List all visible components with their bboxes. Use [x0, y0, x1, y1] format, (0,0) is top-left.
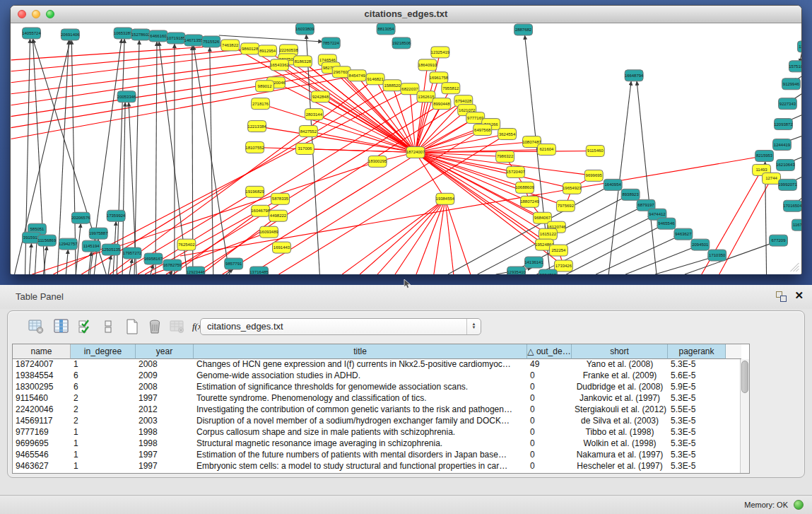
graph-edge[interactable]	[416, 65, 428, 153]
graph-node[interactable]: 7463822	[221, 40, 240, 51]
graph-node[interactable]: 11156869	[37, 235, 56, 246]
graph-node[interactable]: 16210643	[776, 159, 795, 170]
column-header-year[interactable]: year	[136, 344, 194, 359]
table-cell[interactable]: 5.3E-5	[668, 427, 726, 438]
column-header-name[interactable]: name	[13, 344, 71, 359]
graph-node[interactable]: 16093489	[259, 226, 278, 238]
graph-node[interactable]: 8990448	[433, 98, 451, 110]
graph-node[interactable]: 17957272	[123, 247, 142, 259]
graph-node[interactable]: 6497568	[473, 124, 492, 136]
graph-edge[interactable]	[596, 236, 678, 274]
resize-grip-icon[interactable]	[796, 269, 799, 271]
graph-node[interactable]: 1145194	[82, 240, 100, 252]
vertical-scrollbar[interactable]	[740, 359, 749, 473]
graph-node[interactable]: 12942757	[59, 238, 78, 250]
graph-node[interactable]: 14671355	[184, 35, 204, 46]
table-row[interactable]: 946554611997Estimation of the future num…	[13, 450, 740, 461]
table-cell[interactable]: 0	[527, 427, 572, 438]
graph-node[interactable]: 12935410	[507, 267, 526, 274]
graph-node[interactable]: 9857791	[225, 258, 243, 269]
graph-node[interactable]: 12093872	[774, 119, 793, 130]
graph-node[interactable]: 8813054	[377, 23, 395, 35]
table-cell[interactable]: 5.3E-5	[668, 359, 726, 370]
table-cell[interactable]: 5.3E-5	[668, 450, 726, 461]
table-cell[interactable]: 18300295	[13, 382, 71, 393]
table-row[interactable]: 1872400712008Changes of HCN gene express…	[13, 359, 740, 370]
graph-node[interactable]: 7975692	[556, 200, 575, 211]
graph-node[interactable]: 8938923	[621, 189, 640, 200]
table-cell[interactable]: 2008	[136, 382, 194, 393]
table-cell[interactable]: 5.6E-5	[668, 370, 726, 382]
graph-node[interactable]: 20206576	[71, 212, 90, 223]
table-cell[interactable]: 0	[527, 404, 572, 416]
table-cell[interactable]: 1998	[136, 427, 194, 438]
table-cell[interactable]: 1	[71, 438, 136, 450]
table-cell[interactable]: Wolkin et al. (1998)	[572, 438, 668, 450]
graph-node[interactable]: 16958167	[144, 253, 163, 264]
graph-node[interactable]: 19975887	[89, 228, 108, 239]
graph-node[interactable]: 9699695	[584, 170, 603, 181]
table-cell[interactable]: 1	[71, 359, 136, 370]
table-row[interactable]: 1830029562008Estimation of significance …	[13, 382, 740, 393]
graph-edge[interactable]	[377, 199, 445, 274]
graph-edge[interactable]	[342, 199, 445, 274]
graph-node[interactable]: 7857224	[322, 37, 340, 49]
graph-node[interactable]: 18107552	[245, 142, 264, 153]
graph-node[interactable]: 9115460	[586, 146, 604, 157]
graph-node[interactable]: 3624554	[498, 129, 517, 140]
table-cell[interactable]: Genome-wide association studies in ADHD.	[194, 370, 527, 382]
table-cell[interactable]: 9465546	[13, 450, 71, 461]
graph-node[interactable]: 9860128	[241, 43, 259, 54]
table-cell[interactable]: Investigating the contribution of common…	[194, 404, 527, 416]
graph-node[interactable]: 20053346	[117, 91, 136, 103]
graph-node[interactable]: 677209	[770, 235, 788, 246]
table-cell[interactable]: 1	[71, 450, 136, 461]
graph-node[interactable]: 8454749	[348, 70, 366, 81]
table-cell[interactable]: 9777169	[13, 427, 71, 438]
graph-node[interactable]: 5878335	[271, 193, 290, 204]
table-cell[interactable]: Disruption of a novel member of a sodium…	[194, 416, 527, 427]
graph-edge[interactable]	[637, 81, 657, 274]
table-cell[interactable]: 2	[71, 416, 136, 427]
table-cell[interactable]: 9463627	[13, 461, 71, 472]
table-cell[interactable]: 1997	[136, 450, 194, 461]
table-row[interactable]: 969969511998Structural magnetic resonanc…	[13, 438, 740, 450]
table-cell[interactable]: 9699695	[13, 438, 71, 450]
network-canvas[interactable]: 1872400774638229860128891295422260538982…	[11, 23, 801, 274]
resize-grip-icon[interactable]	[793, 266, 799, 271]
graph-node[interactable]: 20691406	[61, 29, 80, 40]
graph-node[interactable]: 14136141	[524, 257, 543, 268]
table-row[interactable]: 1456911722003Disruption of a novel membe…	[13, 416, 740, 427]
table-cell[interactable]: 5.3E-5	[668, 393, 726, 404]
graph-node[interactable]: 17359924	[107, 210, 126, 221]
graph-edge[interactable]	[566, 226, 661, 274]
table-row[interactable]: 911546021997Tourette syndrome. Phenomeno…	[13, 393, 740, 404]
graph-node[interactable]: 252254	[549, 245, 567, 256]
table-cell[interactable]: Estimation of the future numbers of pati…	[194, 450, 527, 461]
graph-node[interactable]: 12923446	[187, 267, 206, 274]
table-cell[interactable]: 2	[71, 393, 136, 404]
delete-table-icon[interactable]	[145, 317, 165, 337]
table-cell[interactable]: 1	[71, 427, 136, 438]
table-cell[interactable]: de Silva et al. (2003)	[572, 416, 668, 427]
table-cell[interactable]: 5.9E-5	[668, 382, 726, 393]
table-select-dropdown[interactable]: citations_edges.txt ▲▼	[200, 318, 481, 335]
graph-node[interactable]: 15278602	[131, 29, 151, 40]
table-settings-icon[interactable]	[26, 317, 46, 337]
row-height-icon[interactable]	[98, 317, 118, 337]
graph-node[interactable]: 19384554	[436, 193, 455, 204]
graph-node[interactable]: 8186328	[293, 56, 312, 67]
graph-node[interactable]: 2887682	[514, 24, 533, 35]
table-cell[interactable]: 0	[527, 461, 572, 472]
table-cell[interactable]: Franke et al. (2009)	[572, 370, 668, 382]
network-graph[interactable]: 1872400774638229860128891295422260538982…	[11, 23, 801, 274]
graph-node[interactable]: 2094501	[691, 239, 710, 250]
graph-node[interactable]: 2718176	[252, 98, 270, 110]
graph-node[interactable]: 6822037	[401, 83, 419, 95]
graph-node[interactable]: 9463627	[674, 228, 693, 240]
table-cell[interactable]: 0	[527, 450, 572, 461]
graph-node[interactable]: 1244419	[773, 139, 792, 151]
table-cell[interactable]: 2003	[136, 416, 194, 427]
table-cell[interactable]: 5.3E-5	[668, 461, 726, 472]
column-header-short[interactable]: short	[572, 344, 668, 359]
